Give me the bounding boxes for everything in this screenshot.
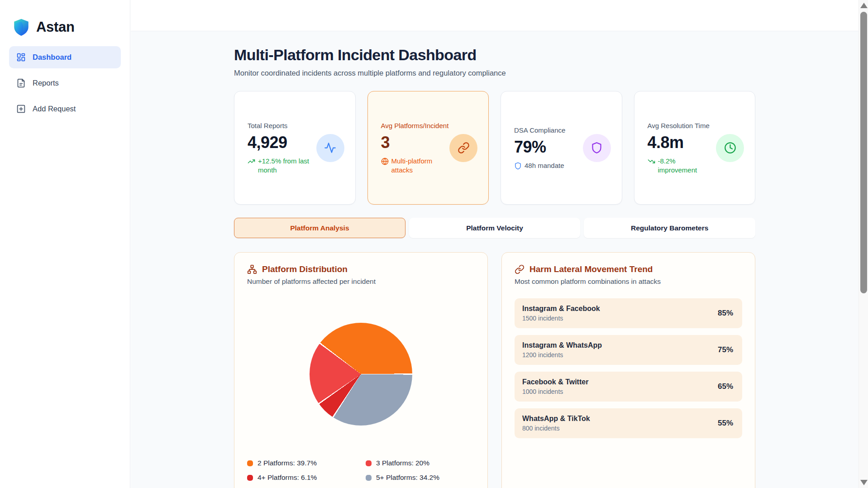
globe-icon: [381, 158, 389, 165]
legend-label: 2 Platforms: 39.7%: [258, 459, 317, 467]
combo-info: Instagram & WhatsApp 1200 incidents: [522, 341, 602, 359]
stat-value: 3: [381, 133, 450, 152]
view-tabs: Platform Analysis Platform Velocity Regu…: [234, 218, 755, 238]
combo-percent: 55%: [718, 419, 733, 428]
stat-trend: Multi-platform attacks: [381, 157, 450, 174]
stat-sub-text: -8.2% improvement: [658, 157, 716, 174]
brand-name: Astan: [36, 19, 75, 35]
stat-content: Total Reports 4,929 +12.5% from last mon…: [248, 121, 316, 174]
file-text-icon: [16, 78, 26, 88]
combo-percent: 75%: [718, 345, 733, 354]
tab-platform-analysis[interactable]: Platform Analysis: [234, 218, 405, 238]
stat-content: Avg Platforms/Incident 3 Multi-platform …: [381, 121, 450, 174]
trending-down-icon: [648, 158, 655, 165]
astan-logo-icon: [12, 17, 31, 37]
panels-row: Platform Distribution Number of platform…: [234, 252, 755, 488]
legend-item-5plus-platforms: 5+ Platforms: 34.2%: [366, 474, 475, 482]
stat-content: DSA Compliance 79% 48h mandate: [514, 126, 565, 170]
main-area: Multi-Platform Incident Dashboard Monito…: [131, 0, 858, 488]
stat-content: Avg Resolution Time 4.8m -8.2% improveme…: [648, 121, 716, 174]
page-title: Multi-Platform Incident Dashboard: [234, 46, 755, 64]
legend-item-3-platforms: 3 Platforms: 20%: [366, 459, 475, 467]
sidebar-nav: Dashboard Reports Add Request: [0, 43, 130, 120]
stats-row: Total Reports 4,929 +12.5% from last mon…: [234, 91, 755, 205]
combo-name: Facebook & Twitter: [522, 378, 588, 386]
stat-label: Avg Platforms/Incident: [381, 121, 450, 130]
panel-subtitle: Number of platforms affected per inciden…: [247, 277, 475, 286]
legend-swatch: [247, 460, 253, 466]
stat-value: 4,929: [248, 133, 316, 152]
activity-icon: [316, 134, 344, 162]
top-bar: [131, 0, 858, 31]
list-item: Instagram & WhatsApp 1200 incidents 75%: [515, 335, 742, 365]
list-item: WhatsApp & TikTok 800 incidents 55%: [515, 408, 742, 438]
tab-platform-velocity[interactable]: Platform Velocity: [409, 218, 581, 238]
trending-up-icon: [248, 158, 255, 165]
scrollbar-thumb[interactable]: [860, 12, 867, 293]
legend-swatch: [366, 460, 372, 466]
combo-info: WhatsApp & TikTok 800 incidents: [522, 415, 590, 432]
brand: Astan: [0, 0, 130, 43]
pie-chart-wrap: [247, 323, 475, 426]
scrollbar-down-arrow-icon[interactable]: [860, 480, 868, 485]
combo-name: Instagram & Facebook: [522, 305, 600, 313]
harm-lateral-movement-panel: Harm Lateral Movement Trend Most common …: [501, 252, 755, 488]
stat-value: 79%: [514, 138, 565, 157]
sidebar-item-add-request[interactable]: Add Request: [9, 98, 121, 120]
sidebar-item-label: Dashboard: [33, 53, 72, 62]
combo-info: Facebook & Twitter 1000 incidents: [522, 378, 588, 395]
panel-header: Platform Distribution: [247, 264, 475, 274]
sidebar: Astan Dashboard Reports Add Request: [0, 0, 130, 488]
shield-icon: [583, 134, 611, 162]
combo-name: Instagram & WhatsApp: [522, 341, 602, 349]
panel-title: Platform Distribution: [262, 264, 348, 274]
platform-combination-list: Instagram & Facebook 1500 incidents 85% …: [515, 298, 742, 438]
sidebar-item-reports[interactable]: Reports: [9, 72, 121, 94]
combo-incidents: 800 incidents: [522, 425, 590, 432]
stat-value: 4.8m: [648, 133, 716, 152]
stat-label: DSA Compliance: [514, 126, 565, 135]
stat-sub-text: 48h mandate: [525, 161, 564, 170]
combo-name: WhatsApp & TikTok: [522, 415, 590, 423]
stat-label: Total Reports: [248, 121, 316, 130]
combo-incidents: 1500 incidents: [522, 315, 600, 322]
vertical-scrollbar[interactable]: [858, 0, 868, 488]
panel-header: Harm Lateral Movement Trend: [515, 264, 742, 274]
sidebar-item-label: Reports: [33, 79, 59, 87]
list-item: Instagram & Facebook 1500 incidents 85%: [515, 298, 742, 328]
legend-item-4plus-platforms: 4+ Platforms: 6.1%: [247, 474, 366, 482]
list-item: Facebook & Twitter 1000 incidents 65%: [515, 372, 742, 402]
legend-swatch: [247, 475, 253, 481]
pie-legend: 2 Platforms: 39.7% 3 Platforms: 20% 4+ P…: [247, 459, 475, 482]
platform-distribution-pie-chart: [310, 323, 412, 426]
stat-sub-text: Multi-platform attacks: [391, 157, 450, 174]
stat-trend: -8.2% improvement: [648, 157, 716, 174]
panel-subtitle: Most common platform combinations in att…: [515, 277, 742, 286]
legend-label: 4+ Platforms: 6.1%: [258, 474, 317, 482]
stat-sub-text: +12.5% from last month: [258, 157, 316, 174]
legend-swatch: [366, 475, 372, 481]
tab-regulatory-barometers[interactable]: Regulatory Barometers: [584, 218, 755, 238]
dashboard-grid-icon: [16, 53, 26, 62]
sidebar-item-dashboard[interactable]: Dashboard: [9, 46, 121, 68]
link-icon: [515, 264, 525, 274]
clock-icon: [716, 134, 744, 162]
platform-distribution-panel: Platform Distribution Number of platform…: [234, 252, 488, 488]
stat-trend: 48h mandate: [514, 161, 565, 170]
scrollbar-up-arrow-icon[interactable]: [860, 3, 868, 8]
legend-label: 5+ Platforms: 34.2%: [376, 474, 439, 482]
content: Multi-Platform Incident Dashboard Monito…: [234, 31, 755, 488]
app-window: Astan Dashboard Reports Add Request Mult…: [0, 0, 868, 488]
sidebar-item-label: Add Request: [33, 105, 76, 113]
combo-incidents: 1200 incidents: [522, 351, 602, 359]
link-icon: [449, 134, 477, 162]
square-plus-icon: [16, 104, 26, 114]
legend-label: 3 Platforms: 20%: [376, 459, 429, 467]
combo-percent: 65%: [718, 382, 733, 391]
stat-card-avg-platforms: Avg Platforms/Incident 3 Multi-platform …: [367, 91, 489, 205]
legend-item-2-platforms: 2 Platforms: 39.7%: [247, 459, 366, 467]
panel-title: Harm Lateral Movement Trend: [529, 264, 653, 274]
stat-card-dsa-compliance: DSA Compliance 79% 48h mandate: [501, 91, 622, 205]
combo-info: Instagram & Facebook 1500 incidents: [522, 305, 600, 322]
stat-label: Avg Resolution Time: [648, 121, 716, 130]
